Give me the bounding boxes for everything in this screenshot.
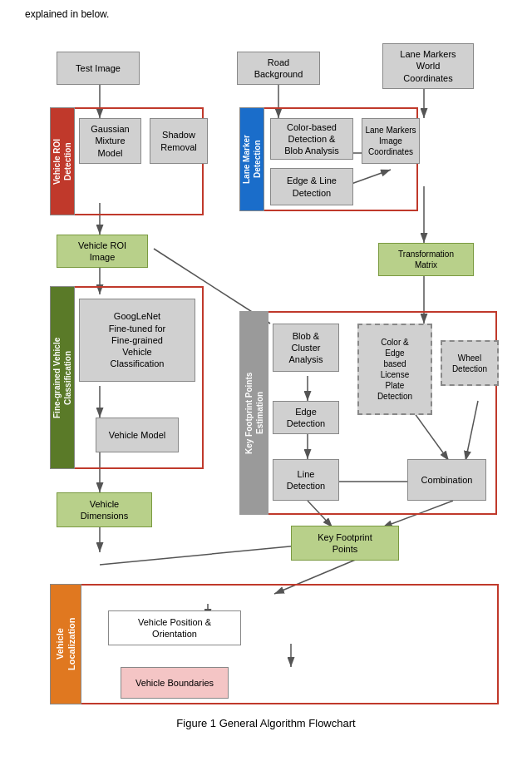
vehicle-boundaries-node: Vehicle Boundaries	[121, 667, 229, 699]
color-blob-node: Color-based Detection & Blob Analysis	[270, 118, 353, 160]
vehicle-model-node: Vehicle Model	[96, 418, 179, 452]
intro-text: explained in below.	[25, 8, 507, 20]
shadow-removal-node: Shadow Removal	[150, 118, 208, 164]
line-detection-node: Line Detection	[273, 459, 339, 501]
fine-grained-label: Fine-grained Vehicle Classification	[50, 286, 75, 469]
key-footprint-points-node: Key Footprint Points	[291, 526, 399, 561]
edge-detection-node: Edge Detection	[273, 401, 339, 434]
color-edge-license-node: Color & Edge based License Plate Detecti…	[357, 324, 432, 415]
wheel-detection-node: Wheel Detection	[441, 340, 499, 386]
gaussian-mixture-node: Gaussian Mixture Model	[79, 118, 141, 164]
vehicle-dimensions-node: Vehicle Dimensions	[57, 492, 152, 527]
key-footprint-label: Key Footprint Points Estimation	[239, 311, 268, 515]
lane-markers-world-node: Lane Markers World Coordinates	[382, 43, 474, 89]
combination-node: Combination	[407, 459, 486, 501]
vehicle-roi-label: Vehicle ROI Detection	[50, 107, 75, 215]
transformation-matrix-node: Transformation Matrix	[378, 243, 474, 276]
road-background-node: Road Background	[237, 52, 320, 85]
test-image-node: Test Image	[57, 52, 140, 85]
lane-marker-label: Lane Marker Detection	[239, 107, 264, 211]
googlenet-node: GoogLeNet Fine-tuned for Fine-grained Ve…	[79, 299, 195, 382]
vehicle-localization-label: Vehicle Localization	[50, 584, 81, 704]
figure-caption: Figure 1 General Algorithm Flowchart	[25, 717, 507, 729]
vehicle-position-node: Vehicle Position & Orientation	[108, 610, 241, 645]
vehicle-roi-image-node: Vehicle ROI Image	[57, 235, 148, 268]
svg-line-22	[100, 544, 316, 565]
blob-cluster-node: Blob & Cluster Analysis	[273, 324, 339, 372]
flowchart: Test Image Road Background Lane Markers …	[25, 28, 507, 710]
lane-markers-image-node: Lane Markers Image Coordinates	[362, 118, 420, 164]
edge-line-node: Edge & Line Detection	[270, 168, 353, 205]
